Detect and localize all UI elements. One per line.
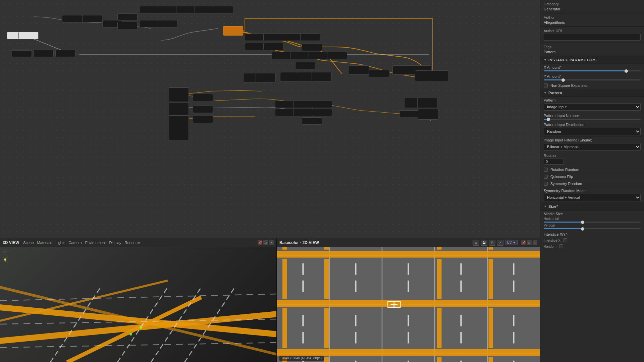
middle-size-horizontal-label: Horizontal	[544, 217, 641, 221]
node-cluster-3[interactable]	[176, 6, 196, 13]
view-2d-canvas[interactable]: 2048 x 2048 (RGBA, 8bpc)	[277, 247, 540, 362]
icon-light[interactable]: 💡	[2, 257, 8, 263]
y-amount-slider[interactable]	[544, 79, 641, 80]
node-r2-2[interactable]	[290, 52, 310, 59]
node-orange-main[interactable]	[223, 26, 243, 36]
node-right-6[interactable]	[263, 43, 283, 50]
interstice-x-checkbox[interactable]	[563, 238, 567, 242]
node-right-5[interactable]	[245, 43, 265, 50]
menu-display[interactable]: Display	[109, 241, 121, 245]
symmetry-random-mode-dropdown[interactable]: Horizontal + Vertical	[544, 194, 641, 201]
menu-renderer[interactable]: Renderer	[125, 241, 140, 245]
node-top-4[interactable]	[117, 13, 138, 21]
node-mid-2[interactable]	[158, 20, 178, 27]
node-out-2[interactable]	[429, 70, 449, 81]
node-top-1[interactable]	[62, 15, 82, 22]
node-fr-1[interactable]	[349, 65, 369, 75]
node-r2-1[interactable]	[272, 52, 292, 59]
pattern-section-header[interactable]: ▼ Pattern	[540, 89, 644, 97]
node-botr-3[interactable]	[312, 101, 332, 108]
x-amount-thumb[interactable]	[625, 69, 628, 73]
node-frbr-4[interactable]	[400, 110, 420, 117]
instance-params-header[interactable]: ▼ INSTANCE PARAMETERS	[540, 56, 644, 64]
pattern-input-number-slider[interactable]	[544, 119, 641, 120]
pattern-input-number-thumb[interactable]	[547, 118, 550, 121]
node-frbr-3[interactable]	[417, 97, 437, 108]
node-botr-5[interactable]	[293, 109, 314, 116]
node-frbr-1[interactable]	[302, 117, 322, 125]
btn-grid[interactable]: ⊞	[473, 240, 479, 246]
middle-size-h-thumb[interactable]	[581, 221, 584, 224]
middle-size-v-slider[interactable]	[544, 228, 641, 229]
menu-materials[interactable]: Materials	[37, 241, 52, 245]
menu-camera[interactable]: Camera	[69, 241, 82, 245]
rotation-input[interactable]	[544, 159, 564, 165]
node-frbr-5[interactable]	[418, 109, 438, 120]
btn-share[interactable]: ↗	[497, 240, 503, 246]
node-graph[interactable]	[0, 0, 540, 238]
node-cluster-5[interactable]	[213, 6, 233, 13]
image-input-filtering-dropdown[interactable]: Bilinear + Mipmaps	[544, 143, 641, 150]
node-fr-4[interactable]	[369, 70, 389, 77]
node-right-4[interactable]	[300, 34, 320, 41]
node-row3-2[interactable]	[256, 73, 276, 82]
node-cluster-2[interactable]	[158, 6, 178, 13]
node-bot-3[interactable]	[193, 116, 213, 123]
node-fr-2[interactable]	[392, 65, 413, 75]
btn-copy[interactable]: ⎘	[489, 240, 495, 246]
node-row3-6[interactable]	[295, 62, 315, 69]
size-section-header[interactable]: ▼ Size*	[540, 203, 644, 210]
view-2d-close[interactable]: ×	[533, 240, 537, 245]
btn-save[interactable]: 💾	[481, 240, 487, 246]
pattern-dropdown[interactable]: Image Input	[544, 103, 641, 111]
node-r2-3[interactable]	[309, 52, 329, 59]
node-row3-5[interactable]	[312, 72, 332, 81]
node-botr-1[interactable]	[275, 101, 295, 108]
node-cluster-4[interactable]	[195, 6, 215, 13]
node-top-5[interactable]	[117, 22, 138, 29]
view-2d-maximize[interactable]: □	[527, 240, 532, 245]
node-dark-2[interactable]	[55, 50, 75, 57]
node-botr-6[interactable]	[312, 109, 332, 116]
uv-badge[interactable]: UV ▼	[505, 240, 518, 245]
middle-size-h-slider[interactable]	[544, 222, 641, 223]
node-white-2[interactable]	[18, 32, 39, 39]
author-url-input[interactable]	[544, 34, 641, 41]
icon-view-type[interactable]: ⬡	[2, 249, 8, 255]
view-3d-close[interactable]: ×	[269, 240, 274, 245]
view-3d-pin[interactable]: 📌	[258, 240, 262, 245]
view-3d-canvas[interactable]: ⬡ 💡	[0, 247, 276, 362]
quincunx-flip-checkbox[interactable]	[544, 175, 548, 179]
node-botr-4[interactable]	[275, 109, 295, 116]
node-r2-4[interactable]	[327, 52, 347, 59]
view-3d-maximize[interactable]: □	[263, 240, 268, 245]
node-right-2[interactable]	[263, 34, 283, 41]
node-red-cluster-3[interactable]	[169, 115, 189, 140]
menu-lights[interactable]: Lights	[55, 241, 65, 245]
rotation-random-checkbox[interactable]	[544, 168, 548, 172]
interstice-random-checkbox[interactable]	[559, 244, 563, 248]
node-mid-1[interactable]	[139, 20, 159, 27]
node-botr-2[interactable]	[293, 101, 314, 108]
node-bot-1[interactable]	[193, 94, 213, 101]
symmetry-random-checkbox[interactable]	[544, 182, 548, 186]
non-square-checkbox[interactable]	[544, 83, 548, 87]
y-amount-thumb[interactable]	[561, 78, 565, 82]
node-right-1[interactable]	[245, 34, 265, 41]
svg-rect-35	[437, 259, 442, 299]
node-top-2[interactable]	[82, 15, 102, 22]
interstice-random-row: Random	[544, 243, 641, 248]
node-r2-5[interactable]	[302, 44, 322, 51]
y-amount-slider-container	[544, 79, 641, 80]
node-bot-2[interactable]	[193, 106, 213, 113]
node-right-3[interactable]	[282, 34, 302, 41]
node-cluster-1[interactable]	[139, 6, 159, 13]
node-red-1[interactable]	[12, 50, 32, 57]
menu-scene[interactable]: Scene	[23, 241, 34, 245]
node-dark-1[interactable]	[34, 50, 54, 57]
view-2d-pin[interactable]: 📌	[521, 240, 526, 245]
pattern-input-dist-dropdown[interactable]: Random	[544, 128, 641, 135]
x-amount-slider[interactable]	[544, 70, 641, 71]
menu-environment[interactable]: Environment	[85, 241, 106, 245]
middle-size-v-thumb[interactable]	[581, 227, 584, 231]
